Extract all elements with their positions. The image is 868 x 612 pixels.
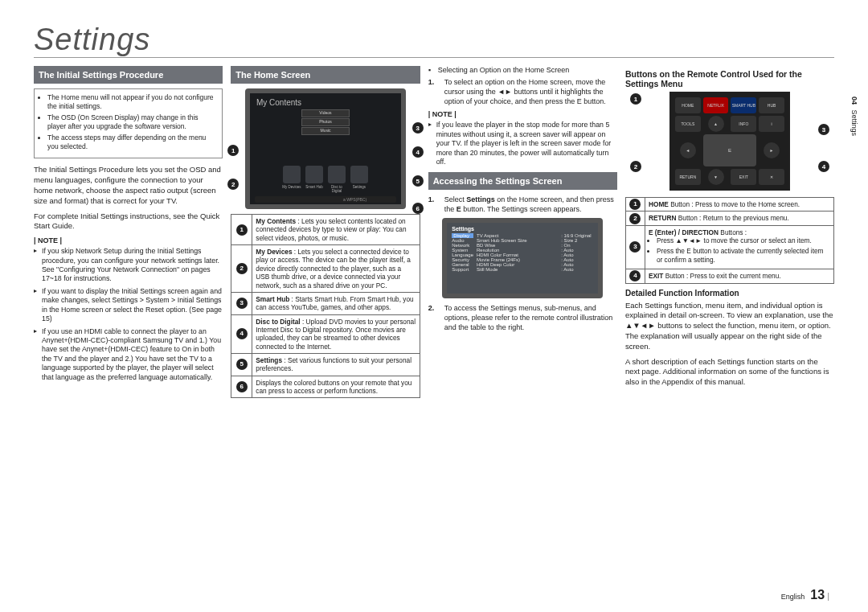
settings-screen-illustration: Settings Display Audio Network System La… [442, 218, 603, 298]
para: For complete Initial Settings instructio… [34, 212, 223, 232]
page-footer: English 13 | [781, 588, 829, 602]
remote-legend: 1HOME Button : Press to move to the Home… [625, 197, 834, 284]
para: The Initial Settings Procedure lets you … [34, 165, 223, 206]
home-screen-table: 1My Contents : Lets you select contents … [231, 214, 420, 398]
side-tab: 04 Settings [850, 97, 858, 136]
dfi-title: Detailed Function Information [625, 289, 834, 298]
remote-illustration: HOME NETFLIX SMART HUB HUB TOOLS ▲ INFO … [669, 92, 790, 191]
note-label: | NOTE | [34, 236, 223, 244]
page-title: Settings [34, 23, 834, 58]
home-screen-illustration: My Contents Videos Photos Music My Devic… [245, 88, 406, 209]
header-home-screen: The Home Screen [231, 66, 420, 84]
subhead: Selecting an Option on the Home Screen [438, 66, 617, 74]
header-accessing-settings: Accessing the Settings Screen [428, 172, 617, 190]
note-list: If you skip Network Setup during the Ini… [34, 247, 223, 382]
header-initial-settings: The Initial Settings Procedure [34, 66, 223, 84]
remote-header: Buttons on the Remote Control Used for t… [625, 69, 834, 88]
note-box: The Home menu will not appear if you do … [34, 88, 223, 158]
